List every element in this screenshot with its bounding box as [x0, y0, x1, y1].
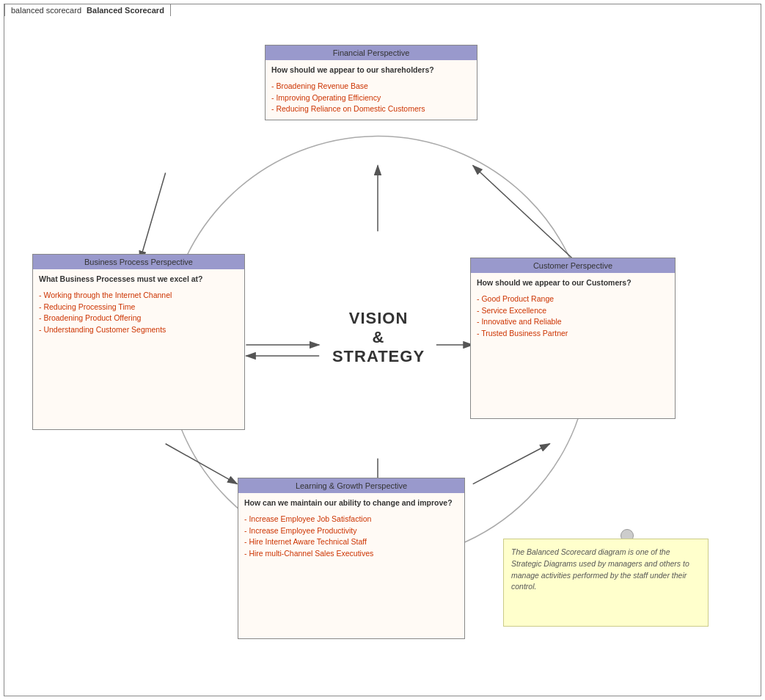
financial-item-2: - Improving Operating Efficiency [271, 92, 471, 104]
business-process-body: What Business Processes must we excel at… [33, 269, 244, 340]
financial-card: Financial Perspective How should we appe… [265, 45, 477, 120]
vision-line1: VISION [320, 309, 437, 328]
bp-item-1: - Working through the Internet Channel [39, 290, 238, 302]
financial-body: How should we appear to our shareholders… [266, 60, 477, 120]
customer-card: Customer Perspective How should we appea… [470, 258, 676, 419]
financial-question: How should we appear to our shareholders… [271, 65, 471, 76]
svg-line-6 [473, 166, 583, 269]
bp-item-2: - Reducing Processing Time [39, 302, 238, 313]
svg-line-4 [166, 444, 238, 484]
customer-header: Customer Perspective [471, 258, 675, 273]
learning-item-1: - Increase Employee Job Satisfaction [244, 514, 458, 525]
vision-strategy-box: VISION & STRATEGY [320, 309, 437, 366]
svg-line-3 [140, 173, 166, 261]
business-process-header: Business Process Perspective [33, 255, 244, 269]
title-label: balanced scorecard [11, 6, 81, 15]
note-box: The Balanced Scorecard diagram is one of… [503, 539, 709, 627]
learning-body: How can we maintain our ability to chang… [238, 493, 464, 564]
learning-card: Learning & Growth Perspective How can we… [238, 478, 465, 639]
learning-item-4: - Hire multi-Channel Sales Executives [244, 548, 458, 560]
outer-border: balanced scorecard Balanced Scorecard [4, 4, 761, 696]
learning-question: How can we maintain our ability to chang… [244, 497, 458, 509]
customer-item-4: - Trusted Business Partner [477, 328, 669, 340]
vision-line2: & [320, 328, 437, 347]
vision-line3: STRATEGY [320, 347, 437, 366]
financial-header: Financial Perspective [266, 45, 477, 60]
title-name: Balanced Scorecard [87, 6, 164, 15]
financial-item-1: - Broadening Revenue Base [271, 81, 471, 92]
note-text: The Balanced Scorecard diagram is one of… [511, 547, 689, 591]
business-process-question: What Business Processes must we excel at… [39, 274, 238, 285]
business-process-card: Business Process Perspective What Busine… [32, 254, 245, 430]
bp-item-3: - Broadening Product Offering [39, 313, 238, 324]
customer-item-2: - Service Excellence [477, 305, 669, 317]
customer-item-1: - Good Product Range [477, 294, 669, 305]
financial-item-3: - Reducing Reliance on Domestic Customer… [271, 103, 471, 115]
customer-item-3: - Innovative and Reliable [477, 316, 669, 328]
title-tab: balanced scorecard Balanced Scorecard [4, 4, 171, 16]
svg-line-5 [473, 444, 550, 484]
bp-item-4: - Understanding Customer Segments [39, 324, 238, 336]
learning-item-3: - Hire Internet Aware Technical Staff [244, 536, 458, 548]
customer-question: How should we appear to our Customers? [477, 277, 669, 289]
learning-header: Learning & Growth Perspective [238, 478, 464, 493]
customer-body: How should we appear to our Customers? -… [471, 273, 675, 344]
learning-item-2: - Increase Employee Productivity [244, 525, 458, 537]
